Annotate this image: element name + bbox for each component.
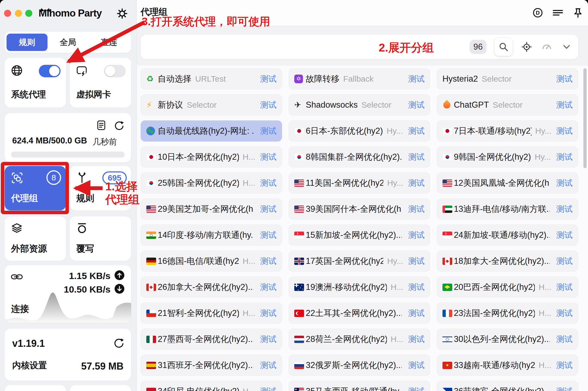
- sidebar-item-override[interactable]: 覆写: [70, 216, 131, 261]
- delay-test-button[interactable]: 测试: [257, 230, 276, 241]
- delay-test-button[interactable]: 测试: [406, 334, 425, 345]
- delay-test-button[interactable]: 测试: [554, 73, 573, 85]
- proxy-group-card[interactable]: 26加拿大-全网优化(hy2)...测试: [141, 277, 282, 298]
- connections-card[interactable]: 1.15 KB/s 10.50 KB/s 连接: [5, 265, 131, 323]
- proxy-group-card[interactable]: 19澳洲-移动优化(hy2)H...测试: [289, 277, 430, 298]
- speedtest-icon[interactable]: [541, 41, 553, 53]
- delay-test-button[interactable]: 测试: [257, 334, 276, 345]
- proxy-group-card[interactable]: ChatGPTSelector测试: [437, 94, 578, 116]
- delay-test-button[interactable]: 测试: [554, 152, 573, 163]
- system-proxy-card[interactable]: 系统代理: [5, 58, 66, 108]
- delay-test-button[interactable]: 测试: [554, 178, 573, 189]
- delay-test-button[interactable]: 测试: [406, 73, 425, 85]
- close-button[interactable]: [4, 10, 11, 17]
- sidebar-item-proxy-groups[interactable]: 8 代理组: [5, 166, 66, 210]
- delay-test-button[interactable]: 测试: [406, 256, 425, 267]
- sidebar-partial-card-right[interactable]: [70, 385, 131, 391]
- delay-test-button[interactable]: 测试: [554, 282, 573, 293]
- proxy-group-card[interactable]: 20巴西-全网优化(hy2)H...测试: [437, 277, 578, 298]
- proxy-group-card[interactable]: 17英国-全网优化(hy2)Hy...测试: [289, 251, 430, 272]
- delay-test-button[interactable]: 测试: [554, 386, 573, 391]
- proxy-group-card[interactable]: Hysteria2Selector测试: [437, 68, 578, 89]
- delay-test-button[interactable]: 测试: [406, 282, 425, 293]
- minimize-button[interactable]: [15, 10, 22, 17]
- proxy-group-card[interactable]: 34印尼-电信优化(hy2)H...测试: [141, 381, 282, 391]
- delay-test-button[interactable]: 测试: [554, 256, 573, 267]
- proxy-group-card[interactable]: 13迪拜-电信/移动/南方联...测试: [437, 198, 578, 220]
- proxy-group-card[interactable]: 33越南-联通/移动(hy2)H...测试: [437, 355, 578, 376]
- sidebar-item-rules[interactable]: 695 规则: [70, 166, 131, 210]
- delay-test-button[interactable]: 测试: [554, 360, 573, 371]
- proxy-group-card[interactable]: 27墨西哥-全网优化(hy2)...测试: [141, 329, 282, 350]
- proxy-group-card[interactable]: 23法国-全网优化(hy2)H...测试: [437, 303, 578, 324]
- delay-test-button[interactable]: 测试: [257, 256, 276, 267]
- proxy-group-card[interactable]: ♻自动选择URLTest测试: [141, 68, 282, 89]
- theme-d-icon[interactable]: D: [532, 7, 544, 19]
- maximize-button[interactable]: [25, 10, 32, 17]
- delay-test-button[interactable]: 测试: [257, 282, 276, 293]
- sidebar-partial-card-left[interactable]: [5, 385, 66, 391]
- proxy-group-card[interactable]: 15新加坡-全网优化(hy2)...测试: [289, 225, 430, 246]
- proxy-group-card[interactable]: ✈ShadowsocksSelector测试: [289, 94, 430, 116]
- proxy-group-card[interactable]: 29美国芝加哥-全网优化(h...测试: [141, 198, 282, 220]
- scrollbar-thumb[interactable]: [583, 68, 587, 168]
- locate-icon[interactable]: [521, 41, 533, 53]
- tab-direct[interactable]: 直连: [88, 34, 129, 51]
- proxy-group-card[interactable]: 31西班牙-全网优化(hy2)...测试: [141, 355, 282, 376]
- delay-test-button[interactable]: 测试: [406, 230, 425, 241]
- proxy-group-card[interactable]: 32俄罗斯-全网优化(hy2)...测试: [289, 355, 430, 376]
- profile-card[interactable]: 624.4 MB/500.0 GB 几秒前: [5, 113, 131, 162]
- delay-test-button[interactable]: 测试: [406, 386, 425, 391]
- delay-test-button[interactable]: 测试: [257, 308, 276, 319]
- proxy-group-card[interactable]: 30以色列-全网优化(hy2)...测试: [437, 329, 578, 350]
- proxy-group-card[interactable]: 39美国阿什本-全网优化(h...测试: [289, 198, 430, 220]
- kernel-refresh-icon[interactable]: [113, 337, 124, 349]
- delay-test-button[interactable]: 测试: [554, 100, 573, 111]
- proxy-group-card[interactable]: 6日本-东部优化(hy2)Hy...测试: [289, 120, 430, 142]
- delay-test-button[interactable]: 测试: [257, 73, 276, 85]
- proxy-group-card[interactable]: 14印度-移动/南方联通(hy...测试: [141, 225, 282, 246]
- settings-gear-icon[interactable]: [116, 7, 129, 20]
- proxy-group-card[interactable]: 8韩国集群-全网优化(hy2)...测试: [289, 146, 430, 168]
- list-lines-icon[interactable]: [552, 7, 564, 19]
- proxy-group-card[interactable]: 7日本-联通/移动(hy2)Hy...测试: [437, 120, 578, 142]
- delay-test-button[interactable]: 测试: [406, 204, 425, 215]
- delay-test-button[interactable]: 测试: [554, 334, 573, 345]
- proxy-group-card[interactable]: 18加拿大-全网优化(hy2)...测试: [437, 251, 578, 272]
- delay-test-button[interactable]: 测试: [257, 126, 276, 137]
- sidebar-item-resources[interactable]: 外部资源: [5, 216, 66, 261]
- proxy-group-card[interactable]: 12美国凤凰城-全网优化(h...测试: [437, 172, 578, 194]
- delay-test-button[interactable]: 测试: [406, 126, 425, 137]
- proxy-group-card[interactable]: 22土耳其-全网优化(hy2)...测试: [289, 303, 430, 324]
- profile-doc-icon[interactable]: [96, 120, 106, 132]
- delay-test-button[interactable]: 测试: [257, 386, 276, 391]
- proxy-group-card[interactable]: 9韩国-全网优化(hy2)Hy...测试: [437, 146, 578, 168]
- proxy-group-card[interactable]: ✡故障转移Fallback测试: [289, 68, 430, 89]
- delay-test-button[interactable]: 测试: [257, 204, 276, 215]
- tun-toggle[interactable]: [104, 65, 126, 77]
- proxy-group-card[interactable]: 28荷兰-全网优化(hy2)H...测试: [289, 329, 430, 350]
- proxy-group-card[interactable]: 25韩国-全网优化(hy2)H...测试: [141, 172, 282, 194]
- system-proxy-toggle[interactable]: [39, 65, 61, 77]
- proxy-group-card[interactable]: 自动最优线路(hy2)-网址: ...测试: [141, 120, 282, 142]
- delay-test-button[interactable]: 测试: [406, 308, 425, 319]
- delay-test-button[interactable]: 测试: [554, 308, 573, 319]
- proxy-group-card[interactable]: ⚡新协议Selector测试: [141, 94, 282, 116]
- kernel-card[interactable]: v1.19.1 内核设置 57.59 MB: [5, 329, 131, 381]
- proxy-group-card[interactable]: 36菲律宾-全网优化(hy2)...测试: [437, 381, 578, 391]
- delay-test-button[interactable]: 测试: [257, 360, 276, 371]
- delay-test-button[interactable]: 测试: [406, 178, 425, 189]
- tun-card[interactable]: 虚拟网卡: [70, 58, 131, 108]
- tab-rule[interactable]: 规则: [7, 34, 48, 51]
- delay-test-button[interactable]: 测试: [554, 204, 573, 215]
- collapse-chevron-icon[interactable]: [561, 41, 572, 53]
- proxy-group-card[interactable]: 10日本-全网优化(hy2)H...测试: [141, 146, 282, 168]
- proxy-group-card[interactable]: 16德国-电信/联通(hy2)H...测试: [141, 251, 282, 272]
- delay-test-button[interactable]: 测试: [406, 100, 425, 111]
- group-toolbar[interactable]: 2.展开分组 96: [141, 35, 578, 59]
- delay-test-button[interactable]: 测试: [406, 152, 425, 163]
- delay-test-button[interactable]: 测试: [257, 100, 276, 111]
- proxy-group-card[interactable]: 24新加坡-联通/移动(hy2)...测试: [437, 225, 578, 246]
- proxy-group-card[interactable]: 11美国-全网优化(hy2)Hy...测试: [289, 172, 430, 194]
- tab-global[interactable]: 全局: [48, 34, 88, 51]
